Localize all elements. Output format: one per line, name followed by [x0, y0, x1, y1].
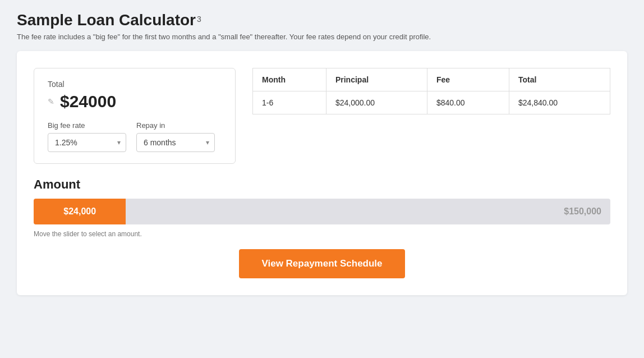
big-fee-rate-group: Big fee rate 0.75% 1.00% 1.25% 1.50% — [48, 121, 126, 152]
total-amount-display: $24000 — [60, 92, 116, 111]
big-fee-rate-label: Big fee rate — [48, 121, 126, 130]
amount-label: Amount — [34, 177, 610, 192]
repayment-table-panel: Month Principal Fee Total 1-6$24,000.00$… — [252, 68, 610, 164]
big-fee-rate-select-wrapper: 0.75% 1.00% 1.25% 1.50% — [48, 133, 126, 152]
total-row: ✎ $24000 — [48, 92, 222, 111]
table-header-row: Month Principal Fee Total — [253, 68, 610, 91]
repay-in-group: Repay in 3 months 6 months 12 months 24 … — [136, 121, 215, 152]
title-superscript: 3 — [197, 15, 201, 24]
view-repayment-schedule-button[interactable]: View Repayment Schedule — [239, 249, 404, 278]
repayment-table: Month Principal Fee Total 1-6$24,000.00$… — [252, 68, 610, 114]
amount-section: Amount $24,000 $150,000 Move the slider … — [34, 177, 610, 238]
table-cell-month: 1-6 — [253, 91, 326, 114]
page-title: Sample Loan Calculator — [17, 11, 196, 29]
total-label: Total — [48, 80, 222, 89]
slider-container: $24,000 $150,000 — [34, 199, 610, 224]
big-fee-rate-select[interactable]: 0.75% 1.00% 1.25% 1.50% — [48, 133, 126, 152]
col-principal: Principal — [326, 68, 427, 91]
table-cell-fee: $840.00 — [427, 91, 509, 114]
fields-row: Big fee rate 0.75% 1.00% 1.25% 1.50% Rep… — [48, 121, 222, 152]
table-cell-principal: $24,000.00 — [326, 91, 427, 114]
repay-in-label: Repay in — [136, 121, 215, 130]
repay-in-select-wrapper: 3 months 6 months 12 months 24 months — [136, 133, 215, 152]
col-month: Month — [253, 68, 326, 91]
table-row: 1-6$24,000.00$840.00$24,840.00 — [253, 91, 610, 114]
main-card: Total ✎ $24000 Big fee rate 0.75% 1.00% … — [17, 51, 627, 295]
table-cell-total: $24,840.00 — [509, 91, 610, 114]
edit-icon[interactable]: ✎ — [48, 97, 54, 106]
slider-hint: Move the slider to select an amount. — [34, 230, 610, 238]
top-section: Total ✎ $24000 Big fee rate 0.75% 1.00% … — [34, 68, 610, 164]
repay-in-select[interactable]: 3 months 6 months 12 months 24 months — [136, 133, 215, 152]
loan-inputs-panel: Total ✎ $24000 Big fee rate 0.75% 1.00% … — [34, 68, 236, 164]
page-subtitle: The fee rate includes a "big fee" for th… — [17, 33, 627, 41]
col-total: Total — [509, 68, 610, 91]
col-fee: Fee — [427, 68, 509, 91]
